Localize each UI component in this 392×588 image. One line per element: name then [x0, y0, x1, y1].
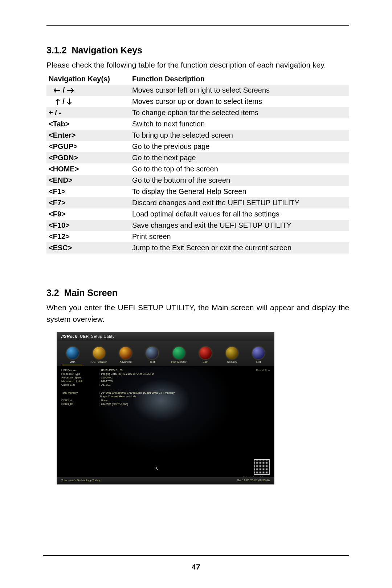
- uefi-tab-icon: [119, 347, 132, 359]
- uefi-tab-label: OC Tweaker: [86, 360, 112, 364]
- nav-key-cell: <F12>: [46, 231, 130, 242]
- table-head-keys: Navigation Key(s): [46, 73, 130, 85]
- nav-desc-cell: Moves cursor up or down to select items: [130, 96, 349, 107]
- uefi-info-row: DDR3_A: None: [61, 399, 220, 402]
- nav-desc-cell: Switch to next function: [130, 118, 349, 130]
- uefi-info-row: Processor Type: Intel(R) Core(TM) i3-210…: [61, 372, 220, 376]
- uefi-tab-boot[interactable]: Boot: [192, 347, 219, 365]
- table-row: <PGDN>Go to the next page: [46, 152, 349, 163]
- uefi-brand: /ISRock: [61, 334, 77, 338]
- table-row: / Moves cursor up or down to select item…: [46, 96, 349, 107]
- uefi-info-value: : H61M-DPS E1.09: [99, 369, 123, 372]
- uefi-brand2: UEFI: [80, 334, 90, 338]
- table-row: <ESC>Jump to the Exit Screen or exit the…: [46, 242, 349, 254]
- uefi-tab-main[interactable]: Main: [59, 347, 86, 365]
- uefi-info-label: DDR3_B1: [61, 402, 99, 406]
- bottom-rule: [43, 555, 349, 556]
- table-row: <PGUP>Go to the previous page: [46, 141, 349, 152]
- uefi-footer-left: Tomorrow's Technology Today: [61, 479, 100, 482]
- uefi-tab-label: Security: [219, 360, 245, 364]
- uefi-info-row: Total Memory: 2048MB with 256MB Shared M…: [61, 391, 220, 395]
- top-rule: [46, 25, 349, 26]
- uefi-tab-tool[interactable]: Tool: [139, 347, 166, 365]
- uefi-info-label: Total Memory: [61, 391, 99, 395]
- table-row: <HOME>Go to the top of the screen: [46, 163, 349, 175]
- uefi-info-value: : 2048MB (DDR3-1066): [99, 402, 128, 406]
- section-3-2-intro: When you enter the UEFI SETUP UTILITY, t…: [46, 302, 349, 325]
- table-row: <F9>Load optimal default values for all …: [46, 208, 349, 220]
- table-row: <F12>Print screen: [46, 231, 349, 242]
- cursor-icon: ↖: [155, 466, 159, 471]
- table-row: <F1>To display the General Help Screen: [46, 186, 349, 197]
- nav-desc-cell: Go to the top of the screen: [130, 163, 349, 175]
- table-head-desc: Function Description: [130, 73, 349, 85]
- uefi-info-value: : 2048MB with 256MB Shared Memory and 2M…: [99, 391, 175, 395]
- uefi-tab-label: H/W Monitor: [166, 360, 192, 364]
- uefi-info-label: DDR3_A: [61, 399, 99, 402]
- table-row: <F10>Save changes and exit the UEFI SETU…: [46, 220, 349, 231]
- uefi-tab-advanced[interactable]: Advanced: [113, 347, 139, 365]
- navigation-keys-table: Navigation Key(s) Function Description /…: [46, 73, 349, 254]
- table-row: <END>Go to the bottom of the screen: [46, 175, 349, 186]
- nav-key-cell: <F9>: [46, 208, 130, 220]
- section-number: 3.1.2: [46, 45, 67, 55]
- nav-key-cell: <Enter>: [46, 130, 130, 141]
- uefi-screenshot: /ISRock UEFI Setup Utility MainOC Tweake…: [57, 332, 274, 484]
- nav-key-cell: <END>: [46, 175, 130, 186]
- nav-key-cell: <HOME>: [46, 163, 130, 175]
- section-title-text: Main Screen: [64, 288, 118, 298]
- table-row: <F7>Discard changes and exit the UEFI SE…: [46, 197, 349, 208]
- uefi-info-row: Single-Channel Memory Mode: [61, 395, 220, 398]
- table-row: <Enter>To bring up the selected screen: [46, 130, 349, 141]
- uefi-description-label: Description: [222, 369, 270, 372]
- uefi-tab-icon: [252, 347, 265, 359]
- uefi-info-label: Microcode Update: [61, 380, 99, 383]
- uefi-body: UEFI Version: H61M-DPS E1.09Processor Ty…: [61, 369, 220, 474]
- nav-desc-cell: Discard changes and exit the UEFI SETUP …: [130, 197, 349, 208]
- nav-desc-cell: To change option for the selected items: [130, 107, 349, 118]
- nav-key-cell: /: [46, 96, 130, 107]
- nav-desc-cell: To bring up the selected screen: [130, 130, 349, 141]
- uefi-tab-label: Exit: [245, 360, 272, 364]
- uefi-tab-label: Main: [59, 360, 86, 364]
- uefi-tab-label: Advanced: [113, 360, 139, 364]
- uefi-tab-security[interactable]: Security: [219, 347, 245, 365]
- nav-desc-cell: Moves cursor left or right to select Scr…: [130, 85, 349, 96]
- uefi-tab-label: Boot: [192, 360, 219, 364]
- nav-key-cell: <F10>: [46, 220, 130, 231]
- uefi-info-label: Cache Size: [61, 383, 99, 387]
- uefi-info-row: DDR3_B1: 2048MB (DDR3-1066): [61, 402, 220, 406]
- nav-key-cell: + / -: [46, 107, 130, 118]
- table-row: / Moves cursor left or right to select S…: [46, 85, 349, 96]
- page-footer: 47: [43, 555, 349, 571]
- uefi-tab-icon: [66, 347, 79, 359]
- nav-desc-cell: To display the General Help Screen: [130, 186, 349, 197]
- nav-key-cell: /: [46, 85, 130, 96]
- uefi-bottom-bar: Tomorrow's Technology Today Sat 12/01/20…: [57, 477, 274, 484]
- page-number: 47: [43, 563, 349, 571]
- uefi-info-label: Processor Speed: [61, 376, 99, 380]
- nav-desc-cell: Print screen: [130, 231, 349, 242]
- uefi-tab-label: Tool: [139, 360, 166, 364]
- uefi-tab-icon: [173, 347, 185, 359]
- uefi-info-label: UEFI Version: [61, 369, 99, 372]
- uefi-info-row: Microcode Update: 206A7/28: [61, 380, 220, 383]
- nav-desc-cell: Go to the next page: [130, 152, 349, 163]
- uefi-info-row: Processor Speed: 3100MHz: [61, 376, 220, 380]
- nav-key-cell: <ESC>: [46, 242, 130, 254]
- nav-desc-cell: Go to the bottom of the screen: [130, 175, 349, 186]
- uefi-info-value: : None: [99, 399, 107, 402]
- nav-key-cell: <F1>: [46, 186, 130, 197]
- uefi-tab-icon: [226, 347, 238, 359]
- uefi-info-value: : Intel(R) Core(TM) i3-2100 CPU @ 3.10GH…: [99, 372, 154, 376]
- uefi-tab-icon: [146, 347, 158, 359]
- uefi-info-value: : 3100MHz: [99, 376, 113, 380]
- uefi-tab-oc-tweaker[interactable]: OC Tweaker: [86, 347, 112, 365]
- uefi-tab-icon: [199, 347, 212, 359]
- section-3-2-heading: 3.2 Main Screen: [46, 288, 349, 298]
- uefi-info-label: Processor Type: [61, 372, 99, 376]
- uefi-right-panel: Description Get details via QR code: [222, 369, 270, 474]
- uefi-tab-exit[interactable]: Exit: [245, 347, 272, 365]
- uefi-tab-h-w-monitor[interactable]: H/W Monitor: [166, 347, 192, 365]
- section-number: 3.2: [46, 288, 59, 298]
